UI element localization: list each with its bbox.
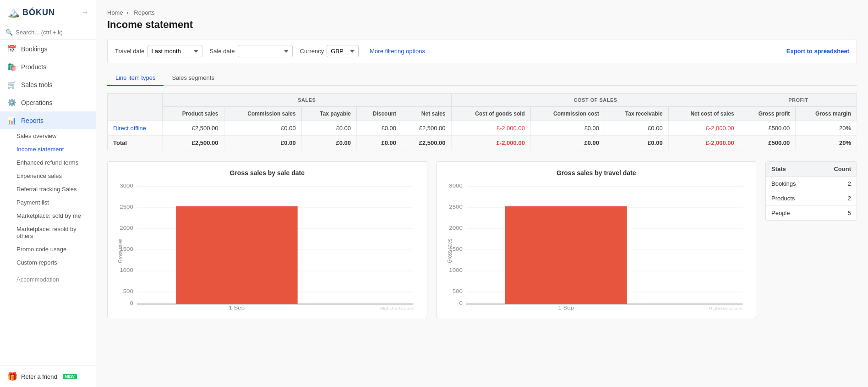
submenu-item-marketplace-resold[interactable]: Marketplace: resold by others bbox=[0, 222, 96, 243]
stats-row-bookings: Bookings 2 bbox=[766, 177, 857, 191]
row-product-sales: £2,500.00 bbox=[163, 121, 224, 136]
svg-text:500: 500 bbox=[123, 289, 134, 294]
accommodation-section[interactable]: Accommodation bbox=[0, 273, 96, 286]
submenu-item-marketplace-sold-by-me[interactable]: Marketplace: sold by me bbox=[0, 209, 96, 222]
sale-date-select[interactable]: Last month This month bbox=[238, 45, 293, 57]
gift-icon: 🎁 bbox=[7, 371, 17, 381]
row-label-direct-offline[interactable]: Direct offline bbox=[108, 121, 163, 136]
submenu-item-custom-reports[interactable]: Custom reports bbox=[0, 256, 96, 269]
sales-section-header: SALES bbox=[163, 94, 452, 107]
total-gross-profit: £500.00 bbox=[740, 136, 796, 150]
search-icon: 🔍 bbox=[5, 29, 13, 36]
stats-label-products: Products bbox=[766, 191, 816, 206]
svg-text:2000: 2000 bbox=[120, 226, 133, 231]
chart2-svg: 3000 2500 2000 1500 1000 500 0 Gross sal… bbox=[444, 182, 749, 310]
filter-bar: Travel date Last month This month Last 7… bbox=[107, 39, 857, 63]
tab-line-item-types[interactable]: Line item types bbox=[107, 71, 164, 86]
chart1-bar bbox=[176, 206, 298, 304]
header-commission-sales: Commission sales bbox=[224, 107, 301, 121]
row-net-sales: £2,500.00 bbox=[402, 121, 451, 136]
stats-table: Stats Count Bookings 2 Products 2 People bbox=[766, 162, 857, 221]
search-input[interactable] bbox=[16, 29, 90, 36]
row-cost-of-goods-sold: £-2,000.00 bbox=[451, 121, 530, 136]
chart2-title: Gross sales by travel date bbox=[444, 169, 749, 177]
sidebar-item-label: Products bbox=[21, 63, 46, 71]
svg-text:0: 0 bbox=[130, 301, 133, 306]
total-commission-sales: £0.00 bbox=[224, 136, 301, 150]
total-tax-payable: £0.00 bbox=[301, 136, 356, 150]
submenu-item-sales-overview[interactable]: Sales overview bbox=[0, 129, 96, 143]
refer-a-friend-button[interactable]: 🎁 Refer a friend NEW bbox=[0, 365, 96, 387]
export-button[interactable]: Export to spreadsheet bbox=[786, 48, 849, 55]
svg-text:1 Sep: 1 Sep bbox=[229, 305, 245, 310]
svg-text:2500: 2500 bbox=[120, 205, 133, 210]
stats-row-people: People 5 bbox=[766, 206, 857, 221]
sale-date-group: Sale date Last month This month bbox=[210, 45, 293, 57]
total-gross-margin: 20% bbox=[796, 136, 857, 150]
svg-text:Gross sales: Gross sales bbox=[446, 239, 453, 263]
header-product-sales: Product sales bbox=[163, 107, 224, 121]
sidebar-nav-item-operations[interactable]: ⚙️ Operations bbox=[0, 94, 96, 111]
page-title: Income statement bbox=[107, 19, 857, 31]
submenu-item-enhanced-refund-terms[interactable]: Enhanced refund terms bbox=[0, 156, 96, 169]
svg-text:3000: 3000 bbox=[120, 183, 133, 188]
total-cost-of-goods-sold: £-2,000.00 bbox=[451, 136, 530, 150]
row-discount: £0.00 bbox=[357, 121, 402, 136]
chart-gross-sales-by-sale-date: Gross sales by sale date 3000 2500 2000 … bbox=[107, 161, 427, 318]
header-gross-margin: Gross margin bbox=[796, 107, 857, 121]
row-tax-receivable: £0.00 bbox=[605, 121, 669, 136]
svg-text:2000: 2000 bbox=[449, 226, 463, 231]
breadcrumb-home[interactable]: Home bbox=[107, 9, 123, 16]
chart-gross-sales-by-travel-date: Gross sales by travel date 3000 2500 200… bbox=[437, 161, 757, 318]
profit-section-header: PROFIT bbox=[740, 94, 857, 107]
tab-sales-segments[interactable]: Sales segments bbox=[164, 71, 223, 86]
row-gross-profit: £500.00 bbox=[740, 121, 796, 136]
travel-date-label: Travel date bbox=[115, 48, 145, 55]
sales-tools-icon: 🛒 bbox=[7, 80, 16, 89]
submenu-item-promo-code[interactable]: Promo code usage bbox=[0, 243, 96, 256]
svg-text:Highcharts.com: Highcharts.com bbox=[379, 306, 413, 310]
svg-text:Gross sales: Gross sales bbox=[117, 239, 124, 263]
travel-date-select[interactable]: Last month This month Last 7 days Custom… bbox=[147, 45, 202, 57]
total-product-sales: £2,500.00 bbox=[163, 136, 224, 150]
logo-area: 🏔️ BÓKUN → bbox=[0, 0, 96, 25]
svg-text:Highcharts.com: Highcharts.com bbox=[709, 306, 742, 310]
more-filters-link[interactable]: More filtering options bbox=[370, 48, 425, 55]
total-tax-receivable: £0.00 bbox=[605, 136, 669, 150]
sidebar-nav-item-bookings[interactable]: 📅 Bookings bbox=[0, 40, 96, 58]
sidebar-nav-item-reports[interactable]: 📊 Reports bbox=[0, 111, 96, 129]
table-header-row-label bbox=[108, 94, 163, 121]
operations-icon: ⚙️ bbox=[7, 98, 16, 107]
submenu-item-payment-list[interactable]: Payment list bbox=[0, 196, 96, 209]
breadcrumb: Home › Reports bbox=[107, 9, 857, 16]
sidebar-nav-item-sales-tools[interactable]: 🛒 Sales tools bbox=[0, 76, 96, 94]
row-gross-margin: 20% bbox=[796, 121, 857, 136]
svg-text:500: 500 bbox=[452, 289, 463, 294]
stats-panel: Stats Count Bookings 2 Products 2 People bbox=[765, 161, 857, 221]
sidebar-nav-item-products[interactable]: 🛍️ Products bbox=[0, 58, 96, 76]
svg-text:3000: 3000 bbox=[449, 183, 463, 188]
header-cost-of-goods-sold: Cost of goods sold bbox=[451, 107, 530, 121]
reports-icon: 📊 bbox=[7, 116, 16, 125]
row-commission-sales: £0.00 bbox=[224, 121, 301, 136]
stats-count-products: 2 bbox=[816, 191, 857, 206]
table-row: Direct offline £2,500.00 £0.00 £0.00 £0.… bbox=[108, 121, 857, 136]
sidebar-toggle-arrow[interactable]: → bbox=[82, 9, 88, 16]
submenu-item-income-statement[interactable]: Income statement bbox=[0, 143, 96, 156]
row-net-cost-of-sales: £-2,000.00 bbox=[668, 121, 740, 136]
stats-row-products: Products 2 bbox=[766, 191, 857, 206]
svg-text:1000: 1000 bbox=[120, 268, 133, 273]
main-content: Home › Reports Income statement Travel d… bbox=[96, 0, 868, 387]
currency-group: Currency GBP USD EUR bbox=[300, 45, 359, 57]
tabs-bar: Line item types Sales segments bbox=[107, 71, 857, 86]
sale-date-label: Sale date bbox=[210, 48, 235, 55]
header-net-cost-of-sales: Net cost of sales bbox=[668, 107, 740, 121]
refer-label: Refer a friend bbox=[21, 373, 57, 380]
currency-select[interactable]: GBP USD EUR bbox=[327, 45, 359, 57]
breadcrumb-separator: › bbox=[126, 9, 128, 16]
currency-label: Currency bbox=[300, 48, 324, 55]
total-commission-cost: £0.00 bbox=[530, 136, 605, 150]
stats-header-count: Count bbox=[816, 162, 857, 177]
submenu-item-experience-sales[interactable]: Experience sales bbox=[0, 169, 96, 182]
submenu-item-referral-tracking[interactable]: Referral tracking Sales bbox=[0, 182, 96, 196]
